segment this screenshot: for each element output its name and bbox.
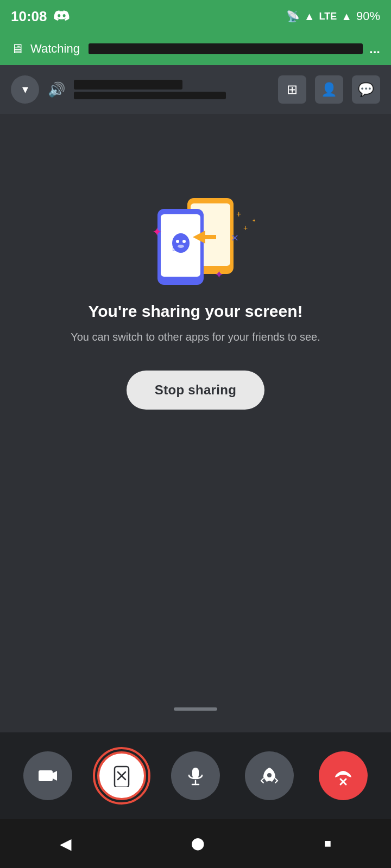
microphone-icon [185,765,206,786]
discord-icon [53,8,70,25]
watching-more-dots: ... [369,41,380,56]
participants-button[interactable]: 👤 [315,75,343,104]
svg-point-25 [267,773,272,777]
call-ctrl-icons: ⊞ 👤 💬 [278,75,380,104]
back-button[interactable]: ◀ [54,829,77,858]
svg-point-6 [176,240,179,243]
grid-view-button[interactable]: ⊞ [278,75,306,104]
svg-point-5 [172,233,190,253]
stop-sharing-button[interactable]: Stop sharing [127,371,264,410]
sharing-content: ⌂ ✦ ✕ ✦ ✦ + + + You're sharing your scre… [49,187,342,410]
person-icon: 👤 [321,82,337,97]
chat-button[interactable]: 💬 [352,75,380,104]
rocket-icon [259,765,280,786]
recent-apps-button[interactable]: ■ [319,831,337,856]
share-svg: ⌂ ✦ ✕ ✦ ✦ + + + [136,187,255,285]
svg-rect-17 [39,770,53,781]
screen-share-illustration: ⌂ ✦ ✕ ✦ ✦ + + + [136,187,255,285]
status-right: 📡 ▲ LTE ▲ 90% [286,9,380,23]
channel-name-block [74,80,182,90]
svg-text:+: + [236,209,241,219]
wifi-icon: ▲ [304,10,315,23]
camera-button[interactable] [23,751,72,800]
channel-subtitle-block [74,92,226,99]
drag-handle [174,707,217,711]
watching-channel-name [89,43,363,54]
chat-icon: 💬 [358,82,374,97]
signal-icon: ▲ [341,10,352,23]
chevron-down-icon: ▾ [22,82,28,97]
camera-icon [37,765,58,786]
volume-icon: 🔊 [48,81,65,98]
grid-icon: ⊞ [287,82,298,97]
microphone-button[interactable] [171,751,220,800]
activity-button[interactable] [245,751,294,800]
home-button[interactable]: ⬤ [186,831,210,856]
stop-screen-share-icon [110,764,133,787]
main-content: ⌂ ✦ ✕ ✦ ✦ + + + You're sharing your scre… [0,114,391,483]
screen-share-stop-wrapper [97,751,146,800]
bottom-call-bar [0,732,391,819]
end-call-icon [333,765,354,786]
lte-label: LTE [319,11,337,22]
sharing-subtitle: You can switch to other apps for your fr… [49,329,342,344]
screen-share-stop-button[interactable] [97,751,146,800]
battery-text: 90% [356,9,380,23]
watching-icon: 🖥 [11,41,24,56]
svg-marker-18 [53,771,57,781]
cast-icon: 📡 [286,10,300,23]
call-controls-bar: ▾ 🔊 ⊞ 👤 💬 [0,65,391,114]
status-bar: 10:08 📡 ▲ LTE ▲ 90% [0,0,391,33]
svg-text:✕: ✕ [231,233,239,244]
svg-text:+: + [253,218,255,224]
watching-label: Watching [30,42,80,56]
svg-rect-19 [115,767,129,787]
status-left: 10:08 [11,8,70,25]
android-nav-bar: ◀ ⬤ ■ [0,819,391,868]
svg-text:+: + [243,224,248,232]
svg-text:✦: ✦ [152,225,162,239]
sharing-title: You're sharing your screen! [88,302,302,321]
svg-point-7 [182,240,186,243]
collapse-button[interactable]: ▾ [11,75,39,104]
end-call-button[interactable] [319,751,368,800]
svg-text:✦: ✦ [215,269,224,280]
status-time: 10:08 [11,8,47,25]
watching-bar: 🖥 Watching ... [0,33,391,65]
channel-info [74,80,269,99]
drag-handle-area [0,697,391,732]
svg-point-8 [178,245,184,248]
svg-rect-22 [192,768,199,778]
